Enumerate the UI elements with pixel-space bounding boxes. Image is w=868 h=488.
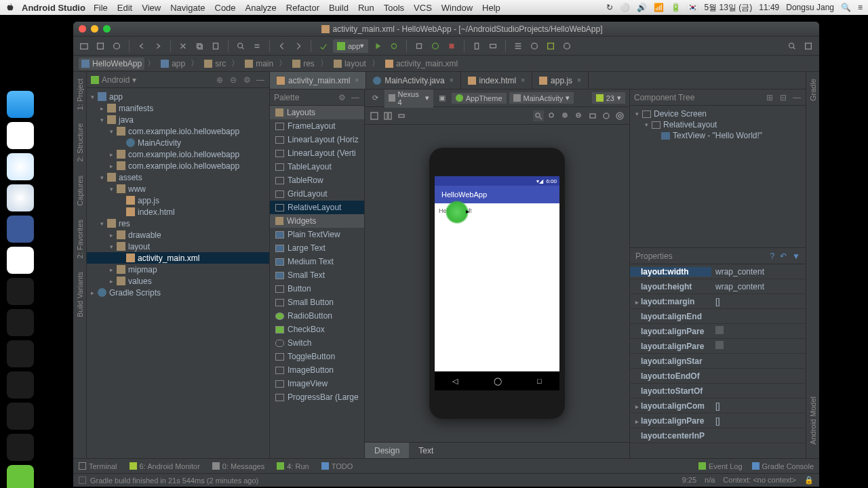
status-icon[interactable]	[79, 476, 86, 484]
menu-help[interactable]: Help	[482, 3, 500, 13]
breadcrumb-item[interactable]: res	[290, 58, 317, 70]
back-icon[interactable]	[275, 39, 289, 53]
replace-icon[interactable]	[250, 39, 264, 53]
palette-item[interactable]: LinearLayout (Verti	[270, 146, 364, 160]
tree-row[interactable]: ▾java	[87, 114, 269, 125]
menubar-flag-icon[interactable]: 🇰🇷	[688, 3, 698, 12]
component-tree[interactable]: ▾Device Screen▾RelativeLayoutTextView - …	[630, 106, 806, 248]
hide-icon[interactable]: —	[256, 75, 265, 85]
palette-item[interactable]: Small Button	[270, 296, 364, 309]
android-monitor-icon[interactable]	[544, 39, 557, 53]
palette-item[interactable]: FrameLayout	[270, 119, 364, 133]
component-tree-row[interactable]: TextView - "Hello World!"	[633, 130, 803, 141]
menu-analyze[interactable]: Analyze	[245, 3, 277, 13]
design-canvas[interactable]: ▾◢6:00 HelloWebApp Hello World! ▸ ◁ ◯	[365, 125, 629, 442]
profile-icon[interactable]	[802, 39, 815, 53]
find-icon[interactable]	[234, 39, 248, 53]
sync-gradle-icon[interactable]	[528, 39, 541, 53]
rail-favorites[interactable]: 2: Favorites	[76, 220, 84, 258]
property-row[interactable]: layout:alignPare	[630, 324, 806, 339]
help-icon[interactable]: ?	[770, 251, 774, 261]
menubar-battery-icon[interactable]: 🔋	[671, 3, 681, 12]
palette-item[interactable]: LinearLayout (Horiz	[270, 133, 364, 146]
dock-chrome[interactable]	[7, 247, 34, 274]
property-row[interactable]: layout:toEndOf	[630, 369, 806, 384]
property-row[interactable]: layout:alignPare	[630, 339, 806, 354]
menubar-wifi-icon[interactable]: 📶	[654, 3, 664, 12]
palette-item[interactable]: Button	[270, 282, 364, 296]
tree-row[interactable]: MainActivity	[87, 137, 269, 148]
palette-item[interactable]: ToggleButton	[270, 350, 364, 363]
activity-selector[interactable]: MainActivity ▾	[509, 92, 574, 104]
palette-item[interactable]: Switch	[270, 336, 364, 350]
editor-tab[interactable]: MainActivity.java×	[366, 72, 460, 89]
orientation-icon[interactable]: ⟳	[369, 92, 382, 105]
tree-row[interactable]: ▾assets	[87, 171, 269, 183]
palette-item[interactable]: TableRow	[270, 174, 364, 187]
locale-icon[interactable]	[576, 92, 589, 105]
property-row[interactable]: layout:alignStar	[630, 354, 806, 369]
tree-row[interactable]: ▾app	[87, 91, 269, 102]
phone-content[interactable]: Hello World! ▸	[435, 203, 559, 390]
help-icon[interactable]	[560, 39, 574, 53]
editor-tab[interactable]: app.js×	[532, 72, 589, 89]
filter-icon[interactable]: ▼	[792, 251, 800, 261]
breadcrumb-item[interactable]: app	[158, 58, 188, 70]
revert-icon[interactable]: ↶	[780, 251, 787, 261]
theme-selector[interactable]: AppTheme	[452, 93, 507, 104]
palette-item[interactable]: Medium Text	[270, 255, 364, 268]
refresh-icon[interactable]	[601, 110, 612, 121]
palette-item[interactable]: ProgressBar (Large	[270, 390, 364, 404]
zoom-actual-icon[interactable]	[547, 110, 557, 121]
dock-green-app[interactable]	[7, 465, 34, 488]
component-tree-row[interactable]: ▾RelativeLayout	[633, 119, 803, 130]
tree-row[interactable]: activity_main.xml	[87, 252, 269, 264]
menu-navigate[interactable]: Navigate	[170, 3, 205, 13]
window-minimize-button[interactable]	[91, 25, 98, 33]
close-icon[interactable]: ×	[355, 77, 359, 84]
dock-appstore[interactable]	[7, 153, 34, 180]
palette-item[interactable]: CheckBox	[270, 323, 364, 336]
wrap-icon[interactable]	[396, 110, 407, 121]
menu-view[interactable]: View	[142, 3, 161, 13]
menu-refactor[interactable]: Refactor	[286, 3, 319, 13]
lock-icon[interactable]: 🔒	[804, 476, 814, 485]
palette-item[interactable]: GridLayout	[270, 187, 364, 201]
tree-row[interactable]: ▸Gradle Scripts	[87, 287, 269, 298]
paste-icon[interactable]	[209, 39, 222, 53]
structure-icon[interactable]	[511, 39, 525, 53]
collapse-icon[interactable]: ⊟	[778, 93, 788, 102]
hide-icon[interactable]: —	[351, 93, 360, 102]
menu-vcs[interactable]: VCS	[414, 3, 432, 13]
menu-file[interactable]: File	[94, 3, 108, 13]
rail-captures[interactable]: Captures	[76, 176, 84, 206]
properties-table[interactable]: layout:widthwrap_contentlayout:heightwra…	[630, 264, 806, 458]
debug-icon[interactable]	[387, 39, 401, 53]
menu-window[interactable]: Window	[441, 3, 473, 13]
device-config-icon[interactable]: ▣	[436, 92, 449, 105]
dock-terminal[interactable]	[7, 403, 34, 430]
property-row[interactable]: layout:centerInP	[630, 428, 806, 443]
tree-row[interactable]: ▸values	[87, 275, 269, 287]
gear-icon[interactable]: ⚙	[242, 75, 252, 85]
menu-edit[interactable]: Edit	[117, 3, 132, 13]
dock-firefox[interactable]	[7, 216, 34, 243]
cut-icon[interactable]	[176, 39, 190, 53]
redo-icon[interactable]	[151, 39, 165, 53]
stop-icon[interactable]	[445, 39, 458, 53]
palette-item[interactable]: RadioButton	[270, 309, 364, 323]
property-row[interactable]: ▸layout:alignPare[]	[630, 413, 806, 428]
tree-row[interactable]: ▾www	[87, 183, 269, 195]
toggle-frame-icon[interactable]	[369, 110, 380, 121]
tree-row[interactable]: ▾com.example.iolo.hellowebapp	[87, 125, 269, 137]
context[interactable]: Context: <no context>	[723, 476, 796, 485]
palette-item[interactable]: TableLayout	[270, 160, 364, 174]
run-icon[interactable]	[371, 39, 384, 53]
palette-item[interactable]: ImageButton	[270, 363, 364, 377]
tree-row[interactable]: index.html	[87, 206, 269, 218]
project-tree[interactable]: ▾app▸manifests▾java▾com.example.iolo.hel…	[87, 88, 269, 458]
avd-icon[interactable]	[470, 39, 484, 53]
attach-icon[interactable]	[412, 39, 426, 53]
tree-row[interactable]: ▸com.example.iolo.hellowebapp	[87, 160, 269, 171]
open-icon[interactable]	[77, 39, 91, 53]
